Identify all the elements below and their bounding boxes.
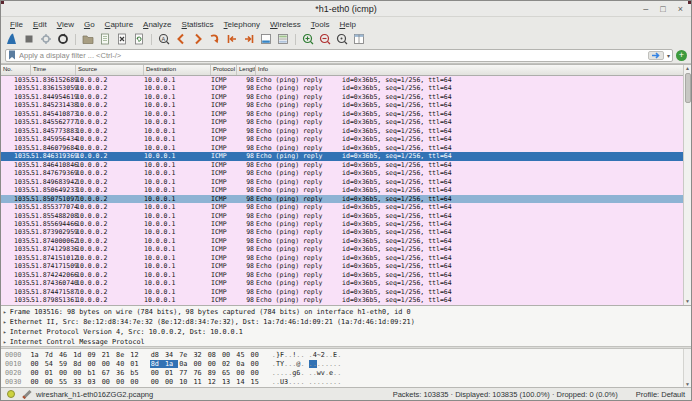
capture-comment-icon[interactable]: [21, 390, 30, 399]
profile-indicator[interactable]: Profile: Default: [636, 390, 685, 399]
column-header[interactable]: Info: [256, 65, 691, 75]
go-forward-button[interactable]: [191, 33, 205, 46]
zoom-in-button[interactable]: [301, 33, 315, 46]
hex-row[interactable]: 001000 54 59 8d 00 00 40 01 8d 1a 0a 00 …: [5, 360, 691, 369]
packet-row[interactable]: 1035…51.85064923310.0.0.210.0.0.1ICMP98E…: [1, 186, 691, 194]
packet-row[interactable]: 1035…51.83615268910.0.0.210.0.0.1ICMP98E…: [1, 76, 691, 84]
expand-arrow-icon[interactable]: ▸: [3, 308, 7, 315]
go-to-packet-button[interactable]: [208, 33, 222, 46]
stop-capture-button[interactable]: [22, 33, 36, 46]
packet-row[interactable]: 1035…51.84495461910.0.0.210.0.0.1ICMP98E…: [1, 93, 691, 101]
expand-arrow-icon[interactable]: ▸: [3, 338, 7, 345]
go-back-button[interactable]: [174, 33, 188, 46]
packet-row[interactable]: 1035…51.83615305910.0.0.210.0.0.1ICMP98E…: [1, 84, 691, 92]
packet-row[interactable]: 1035…51.84767936910.0.0.210.0.0.1ICMP98E…: [1, 169, 691, 177]
packet-row[interactable]: 1035…51.84641084610.0.0.210.0.0.1ICMP98E…: [1, 161, 691, 169]
packet-row[interactable]: 1035…51.87985136110.0.0.210.0.0.1ICMP98E…: [1, 296, 691, 304]
colorize-button[interactable]: [276, 33, 290, 46]
close-button[interactable]: ×: [678, 1, 683, 17]
resize-columns-button[interactable]: [352, 33, 366, 46]
zoom-out-button[interactable]: [318, 33, 332, 46]
filter-history-dropdown[interactable]: ▾: [667, 52, 670, 59]
menu-view[interactable]: View: [52, 20, 79, 29]
menu-capture[interactable]: Capture: [100, 20, 138, 29]
packet-row[interactable]: 1035…51.84523143810.0.0.210.0.0.1ICMP98E…: [1, 101, 691, 109]
menu-analyze[interactable]: Analyze: [138, 20, 176, 29]
add-filter-button[interactable]: +: [676, 50, 687, 61]
packet-row[interactable]: 1035…51.84577388310.0.0.210.0.0.1ICMP98E…: [1, 127, 691, 135]
packet-row[interactable]: 1035…51.87447158710.0.0.210.0.0.1ICMP98E…: [1, 288, 691, 296]
menu-statistics[interactable]: Statistics: [177, 20, 219, 29]
display-filter-input[interactable]: [19, 50, 645, 61]
open-file-button[interactable]: [81, 33, 95, 46]
auto-scroll-button[interactable]: [259, 33, 273, 46]
packet-row[interactable]: 1035…51.87390295910.0.0.210.0.0.1ICMP98E…: [1, 228, 691, 236]
detail-line[interactable]: ▸Frame 103516: 98 bytes on wire (784 bit…: [3, 307, 691, 317]
packet-row[interactable]: 1035…51.84556277710.0.0.210.0.0.1ICMP98E…: [1, 118, 691, 126]
reload-file-button[interactable]: [132, 33, 146, 46]
maximize-button[interactable]: □: [660, 1, 665, 17]
close-file-button[interactable]: [115, 33, 129, 46]
packet-row[interactable]: 1035…51.87424206610.0.0.210.0.0.1ICMP98E…: [1, 271, 691, 279]
bytes-scrollbar[interactable]: ▼: [683, 349, 691, 387]
packet-row[interactable]: 1035…51.87400006210.0.0.210.0.0.1ICMP98E…: [1, 237, 691, 245]
save-file-button[interactable]: [98, 33, 112, 46]
menu-wireless[interactable]: Wireless: [265, 20, 306, 29]
packet-row[interactable]: 1035…51.85537707410.0.0.210.0.0.1ICMP98E…: [1, 203, 691, 211]
menu-help[interactable]: Help: [334, 20, 360, 29]
zoom-reset-button[interactable]: [335, 33, 349, 46]
go-first-button[interactable]: [225, 33, 239, 46]
detail-line[interactable]: ▸Internet Protocol Version 4, Src: 10.0.…: [3, 327, 691, 337]
display-filter-field[interactable]: ▾: [5, 49, 673, 62]
column-header[interactable]: Source: [76, 65, 144, 75]
menu-edit[interactable]: Edit: [28, 20, 52, 29]
go-last-button[interactable]: [242, 33, 256, 46]
start-capture-button[interactable]: [5, 33, 19, 46]
find-packet-button[interactable]: A: [157, 33, 171, 46]
packet-row[interactable]: 1035…51.84607968410.0.0.210.0.0.1ICMP98E…: [1, 144, 691, 152]
menu-go[interactable]: Go: [79, 20, 100, 29]
packet-row[interactable]: 1035…51.84968394210.0.0.210.0.0.1ICMP98E…: [1, 178, 691, 186]
detail-line[interactable]: ▸Ethernet II, Src: 8e:12:d8:34:7e:32 (8e…: [3, 317, 691, 327]
column-header[interactable]: Length: [237, 65, 256, 75]
column-header[interactable]: Time: [31, 65, 76, 75]
packet-row[interactable]: 1035…51.85569446610.0.0.210.0.0.1ICMP98E…: [1, 220, 691, 228]
minimize-button[interactable]: –: [643, 1, 648, 17]
packet-row[interactable]: 1035…51.87417150910.0.0.210.0.0.1ICMP98E…: [1, 262, 691, 270]
title-bar[interactable]: *h1-eth0 (icmp) – □ ×: [1, 1, 691, 17]
expand-arrow-icon[interactable]: ▸: [3, 318, 7, 325]
packet-row[interactable]: 1035…51.87436074010.0.0.210.0.0.1ICMP98E…: [1, 279, 691, 287]
hex-row[interactable]: 002000 01 00 00 b1 67 36 b5 00 01 77 76 …: [5, 369, 691, 378]
packet-row[interactable]: 1035…51.85075109710.0.0.210.0.0.1ICMP98E…: [1, 195, 691, 203]
packet-list-scrollbar[interactable]: ▲ ▼: [683, 65, 691, 305]
zoom-in-icon: [302, 33, 314, 45]
expand-arrow-icon[interactable]: ▸: [3, 328, 7, 335]
apply-filter-button[interactable]: [648, 51, 664, 60]
column-header[interactable]: Destination: [144, 65, 211, 75]
scroll-down-icon[interactable]: ▼: [684, 381, 691, 387]
hex-row[interactable]: 00001a 7d 46 1d 09 21 8e 12 d8 34 7e 32 …: [5, 351, 691, 360]
packet-row[interactable]: 1035…51.84631936910.0.0.210.0.0.1ICMP98E…: [1, 152, 691, 160]
column-header[interactable]: Protocol: [211, 65, 237, 75]
hex-row[interactable]: 003000 00 55 33 03 00 00 00 00 00 10 11 …: [5, 378, 691, 387]
restart-capture-button[interactable]: [56, 33, 70, 46]
packet-list-header[interactable]: No.TimeSourceDestinationProtocolLengthIn…: [1, 65, 691, 76]
packet-row[interactable]: 1035…51.87415101210.0.0.210.0.0.1ICMP98E…: [1, 254, 691, 262]
expert-info-icon[interactable]: [7, 390, 15, 398]
scrollbar-thumb[interactable]: [685, 73, 691, 103]
column-header[interactable]: No.: [1, 65, 31, 75]
packet-row[interactable]: 1035…51.84541087310.0.0.210.0.0.1ICMP98E…: [1, 110, 691, 118]
packet-row[interactable]: 1035…51.85548820810.0.0.210.0.0.1ICMP98E…: [1, 212, 691, 220]
menu-telephony[interactable]: Telephony: [219, 20, 265, 29]
reload-document-icon: [133, 33, 145, 45]
scroll-up-icon[interactable]: ▲: [685, 65, 690, 72]
bookmark-icon[interactable]: [8, 50, 16, 60]
packet-row[interactable]: 1035…51.87412983610.0.0.210.0.0.1ICMP98E…: [1, 245, 691, 253]
menu-tools[interactable]: Tools: [306, 20, 335, 29]
capture-options-button[interactable]: [39, 33, 53, 46]
scroll-down-icon[interactable]: ▼: [685, 298, 690, 305]
packet-row[interactable]: 1035…51.84595643410.0.0.210.0.0.1ICMP98E…: [1, 135, 691, 143]
menu-file[interactable]: File: [5, 20, 28, 29]
detail-line[interactable]: ▸Internet Control Message Protocol: [3, 337, 691, 346]
capture-filename[interactable]: wireshark_h1-eth016ZGG2.pcapng: [36, 390, 153, 399]
